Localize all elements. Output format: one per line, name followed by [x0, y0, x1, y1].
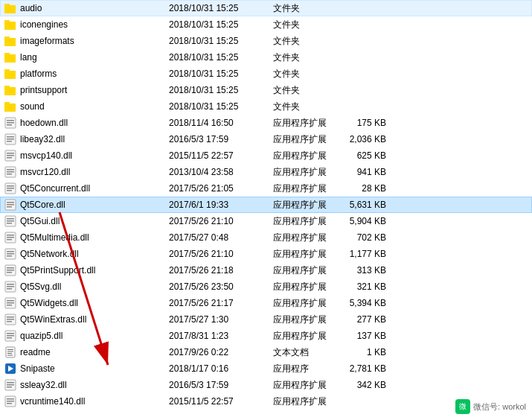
file-size: 277 KB: [333, 314, 392, 325]
folder-icon: [4, 51, 17, 64]
svg-rect-80: [7, 353, 12, 354]
file-date: 2017/5/26 21:05: [169, 183, 273, 194]
file-size: 2,036 KB: [333, 134, 392, 144]
svg-rect-50: [7, 235, 14, 236]
file-type: 应用程序扩展: [273, 379, 333, 392]
file-row[interactable]: lang2018/10/31 15:25文件夹: [0, 49, 532, 66]
svg-rect-62: [7, 284, 14, 285]
svg-rect-56: [7, 255, 12, 257]
file-row[interactable]: hoedown.dll2018/11/4 16:50应用程序扩展175 KB: [0, 115, 532, 131]
file-name: vcruntime140.dll: [20, 396, 169, 407]
file-size: 2,781 KB: [333, 363, 392, 374]
svg-rect-52: [7, 239, 12, 241]
file-date: 2017/6/1 19:33: [169, 200, 273, 210]
file-row[interactable]: Qt5Multimedia.dll2017/5/27 0:48应用程序扩展702…: [0, 229, 532, 246]
file-type: 文件夹: [273, 2, 333, 15]
svg-rect-55: [7, 253, 14, 255]
file-size: 175 KB: [333, 118, 392, 128]
file-row[interactable]: printsupport2018/10/31 15:25文件夹: [0, 82, 532, 98]
file-row[interactable]: Qt5WinExtras.dll2017/5/27 1:30应用程序扩展277 …: [0, 311, 532, 328]
file-date: 2017/5/26 21:10: [169, 216, 273, 226]
file-type: 文件夹: [273, 68, 333, 80]
file-name: hoedown.dll: [20, 118, 169, 128]
file-size: 137 KB: [333, 331, 392, 341]
svg-rect-72: [7, 321, 12, 322]
file-date: 2018/11/4 16:50: [169, 118, 273, 128]
wechat-icon: 微: [455, 399, 470, 414]
svg-rect-31: [7, 155, 14, 156]
svg-rect-85: [7, 382, 14, 384]
file-row[interactable]: ssleay32.dll2016/5/3 17:59应用程序扩展342 KB: [0, 377, 532, 393]
dll-icon: [4, 395, 17, 408]
file-row[interactable]: Qt5Gui.dll2017/5/26 21:10应用程序扩展5,904 KB: [0, 213, 532, 229]
svg-rect-20: [4, 104, 16, 112]
file-date: 2018/10/31 15:25: [169, 3, 273, 13]
file-type: 应用程序扩展: [273, 215, 333, 228]
file-row[interactable]: Qt5Network.dll2017/5/26 21:10应用程序扩展1,177…: [0, 246, 532, 262]
file-date: 2013/10/4 23:58: [169, 167, 273, 177]
svg-rect-54: [7, 251, 14, 252]
file-name: sound: [20, 101, 169, 112]
svg-rect-35: [7, 171, 14, 173]
dll-icon: [4, 198, 17, 211]
file-type: 应用程序扩展: [273, 248, 333, 261]
svg-rect-40: [7, 190, 12, 191]
svg-rect-78: [7, 349, 13, 350]
file-type: 文件夹: [273, 19, 333, 31]
file-type: 文本文档: [273, 346, 333, 359]
file-name: Qt5Concurrent.dll: [20, 183, 169, 194]
file-name: lang: [20, 52, 169, 63]
svg-rect-43: [7, 204, 14, 206]
svg-rect-28: [7, 141, 12, 142]
folder-icon: [4, 34, 17, 48]
file-row[interactable]: iconengines2018/10/31 15:25文件夹: [0, 16, 532, 33]
dll-icon: [4, 313, 17, 326]
file-row[interactable]: Qt5Svg.dll2017/5/26 23:50应用程序扩展321 KB: [0, 279, 532, 295]
file-type: 应用程序扩展: [273, 264, 333, 277]
file-row[interactable]: Snipaste2018/1/17 0:16应用程序2,781 KB: [0, 360, 532, 377]
file-row[interactable]: Qt5Core.dll2017/6/1 19:33应用程序扩展5,631 KB: [0, 197, 532, 213]
file-name: Qt5Gui.dll: [20, 216, 169, 226]
dll-icon: [4, 182, 17, 195]
svg-rect-22: [7, 120, 14, 121]
file-name: ssleay32.dll: [20, 380, 169, 390]
svg-rect-67: [7, 302, 14, 304]
file-date: 2018/10/31 15:25: [169, 52, 273, 63]
svg-rect-68: [7, 305, 12, 306]
file-row[interactable]: quazip5.dll2017/8/31 1:23应用程序扩展137 KB: [0, 328, 532, 344]
file-row[interactable]: libeay32.dll2016/5/3 17:59应用程序扩展2,036 KB: [0, 131, 532, 147]
svg-rect-11: [4, 54, 16, 63]
file-name: msvcp140.dll: [20, 150, 169, 161]
file-type: 应用程序扩展: [273, 395, 333, 408]
svg-rect-91: [7, 403, 12, 404]
file-row[interactable]: imageformats2018/10/31 15:25文件夹: [0, 33, 532, 49]
file-row[interactable]: platforms2018/10/31 15:25文件夹: [0, 66, 532, 82]
file-type: 应用程序扩展: [273, 330, 333, 343]
file-name: quazip5.dll: [20, 331, 169, 341]
file-size: 941 KB: [333, 167, 392, 177]
file-size: 1 KB: [333, 347, 392, 357]
svg-rect-71: [7, 319, 14, 320]
file-row[interactable]: readme2017/9/26 0:22文本文档1 KB: [0, 344, 532, 360]
svg-rect-60: [7, 272, 12, 273]
svg-rect-14: [4, 71, 16, 79]
file-row[interactable]: Qt5PrintSupport.dll2017/5/26 21:18应用程序扩展…: [0, 262, 532, 279]
file-row[interactable]: Qt5Concurrent.dll2017/5/26 21:05应用程序扩展28…: [0, 180, 532, 197]
file-row[interactable]: msvcr120.dll2013/10/4 23:58应用程序扩展941 KB: [0, 164, 532, 180]
file-type: 应用程序扩展: [273, 150, 333, 162]
file-row[interactable]: Qt5Widgets.dll2017/5/26 21:17应用程序扩展5,394…: [0, 295, 532, 311]
folder-icon: [4, 18, 17, 31]
file-type: 文件夹: [273, 101, 333, 113]
file-row[interactable]: msvcp140.dll2015/11/5 22:57应用程序扩展625 KB: [0, 147, 532, 164]
file-date: 2016/5/3 17:59: [169, 134, 273, 144]
dll-icon: [4, 329, 17, 343]
file-size: 321 KB: [333, 281, 392, 292]
file-type: 应用程序扩展: [273, 117, 333, 130]
svg-rect-48: [7, 223, 12, 224]
file-name: Qt5PrintSupport.dll: [20, 265, 169, 276]
svg-rect-17: [4, 87, 16, 95]
file-name: Qt5Multimedia.dll: [20, 232, 169, 243]
file-row[interactable]: audio2018/10/31 15:25文件夹: [0, 0, 532, 16]
file-row[interactable]: vcruntime140.dll2015/11/5 22:57应用程序扩展: [0, 393, 532, 410]
file-row[interactable]: sound2018/10/31 15:25文件夹: [0, 98, 532, 115]
